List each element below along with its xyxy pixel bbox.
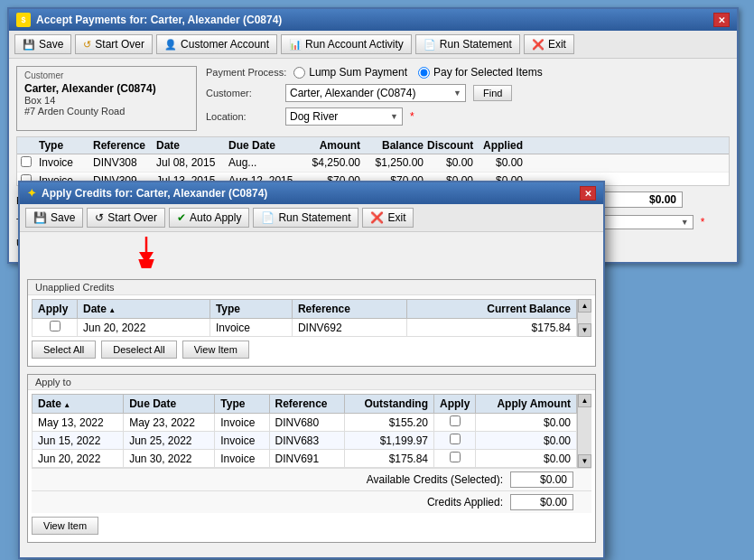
available-credits-value: $0.00 [510,471,573,488]
how-paid-combo-arrow: ▼ [681,218,689,227]
modal-run-statement-button[interactable]: 📄 Run Statement [253,208,358,228]
pay-amount-value: $0.00 [601,191,683,208]
apply-credits-modal: ✦ Apply Credits for: Carter, Alexander (… [18,181,605,559]
unapplied-row-checkbox[interactable] [50,321,61,331]
lump-sum-radio-item[interactable]: Lump Sum Payment [293,66,407,79]
save-button[interactable]: 💾 Save [14,34,71,54]
apply-to-table-wrapper: Date Due Date Type Reference Outstanding… [32,394,591,468]
payment-process-row: Payment Process: Lump Sum Payment Pay fo… [206,66,730,79]
apply-to-section-title: Apply to [28,375,595,390]
col-ref-header[interactable]: Reference [292,300,406,319]
run-account-icon: 📊 [289,39,302,51]
modal-exit-button[interactable]: ❌ Exit [362,208,414,228]
unapplied-btn-row: Select All Deselect All View Item [32,337,591,362]
start-over-button[interactable]: ↺ Start Over [75,34,153,54]
apply-col-type[interactable]: Type [215,395,269,414]
view-item-bottom-button[interactable]: View Item [32,517,98,535]
exit-button[interactable]: ❌ Exit [524,34,574,54]
apply-col-ref[interactable]: Reference [269,395,345,414]
scroll-up-button[interactable]: ▲ [578,299,591,313]
unapplied-section-content: Apply Date Type Reference Current Balanc… [28,295,595,366]
run-statement-button[interactable]: 📄 Run Statement [415,34,520,54]
unapplied-table-main: Apply Date Type Reference Current Balanc… [32,299,577,337]
col-apply-header[interactable]: Apply [33,300,78,319]
main-window-title: Accept Payments for: Carter, Alexander (… [36,14,282,26]
modal-save-button[interactable]: 💾 Save [25,208,83,228]
available-credits-label: Available Credits (Selected): [367,473,503,486]
table-row: Jun 20, 2022 Invoice DINV692 $175.84 [33,319,577,337]
customer-field-label: Customer: [206,88,278,98]
modal-auto-apply-button[interactable]: ✔ Auto Apply [169,208,249,228]
save-icon: 💾 [23,39,35,51]
apply-to-section-content: Date Due Date Type Reference Outstanding… [28,390,595,542]
pay-selected-radio[interactable] [418,67,430,79]
apply-row-checkbox-3[interactable] [450,452,461,462]
payment-radio-group: Lump Sum Payment Pay for Selected Items [293,66,542,79]
top-section: Customer Carter, Alexander (C0874) Box 1… [16,66,730,131]
location-label: Location: [206,111,278,122]
main-title-bar: $ Accept Payments for: Carter, Alexander… [9,9,737,31]
customer-combo[interactable]: Carter, Alexander (C0874) ▼ [285,84,466,102]
unapplied-table-header-row: Apply Date Type Reference Current Balanc… [33,300,577,319]
customer-account-button[interactable]: 👤 Customer Account [156,34,277,54]
modal-toolbar: 💾 Save ↺ Start Over ✔ Auto Apply 📄 Run S… [20,204,603,232]
run-account-activity-button[interactable]: 📊 Run Account Activity [281,34,412,54]
apply-to-table: Date Due Date Type Reference Outstanding… [32,394,577,468]
apply-col-outstanding[interactable]: Outstanding [345,395,434,414]
lump-sum-radio[interactable] [293,67,305,79]
modal-icon: ✦ [27,187,36,200]
apply-col-date[interactable]: Date [33,395,124,414]
required-star: * [410,110,414,123]
how-paid-combo[interactable]: ▼ [603,215,693,229]
apply-col-due-date[interactable]: Due Date [124,395,215,414]
pay-selected-radio-item[interactable]: Pay for Selected Items [418,66,543,79]
customer-name: Carter, Alexander (C0874) [24,82,189,95]
exit-icon: ❌ [532,39,545,51]
unapplied-scrollbar: ▲ ▼ [577,299,591,337]
customer-section-label: Customer [24,70,189,80]
customer-combo-arrow: ▼ [453,89,461,98]
scroll-down-button[interactable]: ▼ [578,323,591,337]
unapplied-credits-section: Unapplied Credits Apply Date Type Re [27,279,596,367]
location-row: Location: Dog River ▼ * [206,107,730,126]
modal-save-icon: 💾 [33,211,47,224]
unapplied-section-title: Unapplied Credits [28,280,595,295]
row-checkbox[interactable] [21,156,32,167]
customer-account-icon: 👤 [164,39,177,51]
unapplied-credits-table: Apply Date Type Reference Current Balanc… [32,299,577,337]
main-close-button[interactable]: ✕ [713,13,730,27]
credits-applied-label: Credits Applied: [427,496,503,509]
arrow-decoration [20,232,603,268]
col-balance-header[interactable]: Current Balance [406,300,577,319]
unapplied-deselect-all-button[interactable]: Deselect All [101,341,176,359]
unapplied-select-all-button[interactable]: Select All [32,341,96,359]
unapplied-view-item-button[interactable]: View Item [182,341,249,359]
customer-line2: Box 14 [24,95,189,106]
available-credits-row: Available Credits (Selected): $0.00 [32,468,591,490]
modal-close-button[interactable]: ✕ [580,186,596,201]
required-star-2: * [701,216,705,229]
apply-scroll-up[interactable]: ▲ [578,394,591,407]
customer-box: Customer Carter, Alexander (C0874) Box 1… [16,66,197,131]
apply-col-amount[interactable]: Apply Amount [476,395,577,414]
apply-row-checkbox-2[interactable] [450,434,461,444]
apply-col-apply[interactable]: Apply [434,395,476,414]
find-button[interactable]: Find [473,85,512,101]
table-row: Jun 20, 2022 Jun 30, 2022 Invoice DINV69… [33,450,577,468]
location-combo[interactable]: Dog River ▼ [285,107,403,126]
apply-to-scrollbar: ▲ ▼ [577,394,591,468]
start-over-icon: ↺ [83,39,91,51]
main-toolbar: 💾 Save ↺ Start Over 👤 Customer Account 📊… [9,31,737,59]
modal-start-over-button[interactable]: ↺ Start Over [87,208,165,228]
apply-table-header-row: Date Due Date Type Reference Outstanding… [33,395,577,414]
run-statement-icon: 📄 [424,39,436,51]
modal-auto-apply-icon: ✔ [177,211,186,224]
col-type-header[interactable]: Type [209,300,292,319]
apply-to-table-main: Date Due Date Type Reference Outstanding… [32,394,577,468]
table-row: Invoice DINV308 Jul 08, 2015 Aug... $4,2… [17,154,729,173]
credits-applied-row: Credits Applied: $0.00 [32,490,591,513]
apply-row-checkbox-1[interactable] [450,415,461,426]
col-date-header[interactable]: Date [78,300,210,319]
payment-process-label: Payment Process: [206,67,286,78]
apply-scroll-down[interactable]: ▼ [578,454,591,468]
